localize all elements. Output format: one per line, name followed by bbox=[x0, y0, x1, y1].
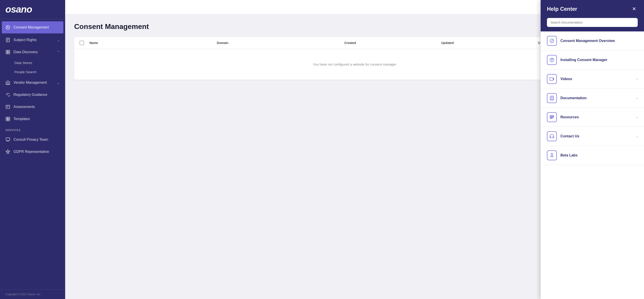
videos-icon bbox=[547, 74, 557, 84]
sidebar-label-assessments: Assessments bbox=[14, 105, 35, 109]
regulatory-guidance-icon bbox=[6, 92, 10, 97]
svg-rect-9 bbox=[8, 52, 10, 54]
svg-rect-18 bbox=[8, 119, 10, 121]
help-item-consent-management-overview[interactable]: Consent Management Overview bbox=[541, 31, 644, 50]
select-all-checkbox[interactable] bbox=[80, 41, 84, 45]
help-item-documentation[interactable]: Documentation › bbox=[541, 89, 644, 108]
help-search-input[interactable] bbox=[547, 18, 638, 27]
svg-rect-17 bbox=[6, 119, 8, 121]
svg-rect-16 bbox=[8, 117, 10, 119]
sidebar-item-data-stores[interactable]: Data Stores bbox=[0, 58, 65, 67]
help-search-container bbox=[541, 18, 644, 31]
svg-rect-32 bbox=[550, 117, 554, 117]
sidebar-label-vendor-management: Vendor Management bbox=[14, 81, 47, 85]
consent-overview-icon bbox=[547, 36, 557, 46]
help-label-resources: Resources bbox=[560, 115, 633, 119]
contact-us-chevron-icon: › bbox=[636, 134, 638, 139]
help-item-resources[interactable]: Resources › bbox=[541, 108, 644, 127]
help-label-beta-labs: Beta Labs bbox=[560, 153, 638, 157]
resources-icon bbox=[547, 112, 557, 122]
sidebar-navigation: Consent Management Subject Rights ⌄ bbox=[0, 19, 65, 289]
svg-point-35 bbox=[552, 156, 552, 156]
svg-rect-27 bbox=[550, 78, 553, 81]
app-logo: osano bbox=[6, 4, 60, 15]
svg-rect-33 bbox=[550, 118, 552, 119]
sidebar-item-consult-privacy-team[interactable]: Consult Privacy Team bbox=[0, 134, 65, 146]
svg-rect-8 bbox=[6, 52, 8, 54]
data-discovery-chevron: ⌃ bbox=[57, 50, 60, 54]
services-section-label: SERVICES bbox=[0, 125, 65, 134]
sidebar-label-people-search: People Search bbox=[14, 70, 36, 74]
svg-rect-31 bbox=[550, 116, 554, 116]
help-item-videos[interactable]: Videos › bbox=[541, 70, 644, 89]
sidebar-item-subject-rights[interactable]: Subject Rights ⌄ bbox=[0, 34, 65, 46]
beta-labs-icon bbox=[547, 150, 557, 160]
svg-rect-7 bbox=[8, 50, 10, 52]
logo-area: osano bbox=[0, 0, 65, 19]
copyright-text: Copyright © 2022 Osano, Inc. bbox=[6, 293, 41, 296]
column-header-name: Name bbox=[90, 41, 212, 45]
installing-consent-icon bbox=[547, 55, 557, 65]
sidebar-item-templates[interactable]: Templates bbox=[0, 113, 65, 125]
help-label-consent-management-overview: Consent Management Overview bbox=[560, 39, 638, 43]
sidebar-label-consult-privacy-team: Consult Privacy Team bbox=[14, 138, 48, 142]
svg-rect-6 bbox=[6, 50, 8, 52]
documentation-chevron-icon: › bbox=[636, 96, 638, 101]
main-area: English ▼ Consent Management bbox=[65, 0, 644, 299]
data-discovery-icon bbox=[6, 50, 10, 54]
contact-us-icon bbox=[547, 131, 557, 141]
sidebar-footer: Copyright © 2022 Osano, Inc. bbox=[0, 289, 65, 299]
column-header-created: Created bbox=[344, 41, 436, 45]
help-panel-header: Help Center ✕ bbox=[541, 0, 644, 18]
consent-management-icon bbox=[6, 25, 10, 30]
assessments-icon bbox=[6, 104, 10, 109]
sidebar-item-people-search[interactable]: People Search bbox=[0, 67, 65, 76]
sidebar-label-consent-management: Consent Management bbox=[14, 25, 49, 29]
consult-privacy-team-icon bbox=[6, 137, 10, 142]
help-label-documentation: Documentation bbox=[560, 96, 633, 100]
sidebar-label-regulatory-guidance: Regulatory Guidance bbox=[14, 93, 47, 97]
sidebar-label-data-discovery: Data Discovery bbox=[14, 50, 38, 54]
help-label-installing-consent-manager: Installing Consent Manager bbox=[560, 58, 638, 62]
help-panel-body: Consent Management Overview Installing C… bbox=[541, 31, 644, 299]
sidebar-item-data-discovery[interactable]: Data Discovery ⌃ bbox=[0, 46, 65, 58]
help-item-installing-consent-manager[interactable]: Installing Consent Manager bbox=[541, 50, 644, 70]
sidebar-item-assessments[interactable]: Assessments bbox=[0, 101, 65, 113]
help-label-contact-us: Contact Us bbox=[560, 134, 633, 138]
documentation-icon bbox=[547, 93, 557, 103]
help-center-panel: Help Center ✕ Consent Management Overvie… bbox=[541, 0, 644, 299]
column-header-updated: Updated bbox=[441, 41, 532, 45]
templates-icon bbox=[6, 116, 10, 121]
videos-chevron-icon: › bbox=[636, 77, 638, 81]
subject-rights-icon bbox=[6, 37, 10, 42]
gdpr-representative-icon bbox=[6, 149, 10, 154]
sidebar-label-gdpr-representative: GDPR Representative bbox=[14, 150, 49, 154]
sidebar-label-subject-rights: Subject Rights bbox=[14, 38, 37, 42]
help-close-button[interactable]: ✕ bbox=[630, 5, 638, 12]
sidebar-item-vendor-management[interactable]: Vendor Management ⌄ bbox=[0, 76, 65, 89]
help-panel-title: Help Center bbox=[547, 6, 577, 12]
help-label-videos: Videos bbox=[560, 77, 633, 81]
vendor-management-icon bbox=[6, 80, 10, 85]
subject-rights-chevron: ⌄ bbox=[57, 38, 60, 42]
resources-chevron-icon: › bbox=[636, 115, 638, 120]
sidebar-item-regulatory-guidance[interactable]: Regulatory Guidance bbox=[0, 89, 65, 101]
sidebar-label-data-stores: Data Stores bbox=[14, 61, 32, 65]
help-item-beta-labs[interactable]: Beta Labs bbox=[541, 146, 644, 165]
svg-rect-15 bbox=[6, 117, 8, 119]
vendor-management-chevron: ⌄ bbox=[57, 81, 60, 85]
svg-marker-28 bbox=[553, 78, 554, 80]
sidebar: osano Consent Management bbox=[0, 0, 65, 299]
svg-rect-19 bbox=[6, 138, 10, 141]
sidebar-label-templates: Templates bbox=[14, 117, 30, 121]
sidebar-item-gdpr-representative[interactable]: GDPR Representative bbox=[0, 146, 65, 158]
sidebar-item-consent-management[interactable]: Consent Management bbox=[2, 21, 63, 33]
empty-message: You have not configured a website for co… bbox=[313, 62, 396, 66]
column-header-domain: Domain bbox=[217, 41, 339, 45]
help-item-contact-us[interactable]: Contact Us › bbox=[541, 127, 644, 146]
svg-point-1 bbox=[8, 27, 8, 28]
